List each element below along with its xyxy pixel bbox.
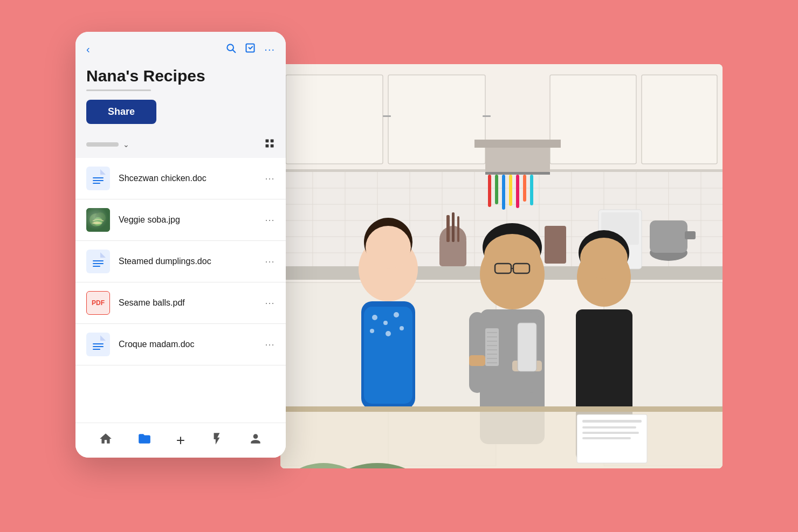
add-nav-icon[interactable]: + [176,432,185,449]
header-right-icons: ··· [225,43,275,56]
svg-rect-102 [246,44,254,52]
file-more-button[interactable]: ⋯ [265,255,275,267]
back-button[interactable]: ‹ [86,43,90,56]
svg-rect-111 [86,208,110,232]
svg-rect-75 [469,355,485,366]
share-button[interactable]: Share [86,100,156,124]
filter-pill [86,142,119,147]
svg-rect-5 [550,75,636,164]
svg-rect-94 [582,426,636,429]
lightning-nav-icon[interactable] [210,432,224,449]
svg-rect-44 [457,216,459,242]
chevron-down-icon[interactable]: ⌄ [123,140,129,149]
kitchen-photo [280,64,723,468]
file-more-button[interactable]: ⋯ [265,297,275,309]
search-icon[interactable] [225,43,236,56]
svg-rect-90 [280,409,723,468]
svg-rect-8 [483,115,491,117]
file-name: Steamed dumplings.doc [119,257,265,266]
bottom-nav: + [75,423,286,458]
svg-rect-39 [545,226,566,264]
svg-rect-6 [642,75,717,164]
svg-rect-104 [271,139,274,142]
file-more-button[interactable]: ⋯ [265,338,275,350]
filter-bar: ⌄ [75,132,286,158]
svg-rect-10 [474,140,561,148]
svg-rect-49 [685,231,696,239]
pdf-icon: PDF [86,291,110,315]
svg-rect-76 [518,323,536,371]
svg-rect-91 [280,406,723,412]
profile-nav-icon[interactable] [249,432,263,449]
svg-rect-117 [93,263,104,264]
svg-rect-103 [266,139,269,142]
svg-point-112 [90,213,102,226]
svg-point-60 [383,321,388,325]
svg-rect-31 [485,172,550,175]
file-name: Sesame balls.pdf [119,298,265,308]
more-options-icon[interactable]: ··· [264,43,275,56]
list-item[interactable]: PDF Sesame balls.pdf ⋯ [75,282,286,324]
svg-rect-77 [485,328,499,366]
file-more-button[interactable]: ⋯ [265,214,275,226]
svg-rect-110 [93,183,100,184]
svg-rect-96 [582,437,631,439]
svg-rect-93 [582,420,642,423]
file-more-button[interactable]: ⋯ [265,172,275,184]
svg-point-64 [400,326,404,330]
svg-rect-95 [582,432,639,434]
list-item[interactable]: Steamed dumplings.doc ⋯ [75,241,286,282]
list-item[interactable]: Shcezwan chicken.doc ⋯ [75,158,286,199]
svg-point-59 [372,315,377,320]
svg-point-61 [394,312,399,317]
grid-view-icon[interactable] [264,138,275,151]
home-nav-icon[interactable] [99,432,113,449]
svg-point-62 [370,329,374,333]
svg-rect-35 [509,175,512,206]
svg-rect-109 [93,180,104,181]
file-list: Shcezwan chicken.doc ⋯ Veggie s [75,158,286,423]
list-item[interactable]: Croque madam.doc ⋯ [75,324,286,365]
svg-point-63 [386,331,391,336]
svg-rect-108 [93,177,104,178]
file-name: Shcezwan chicken.doc [119,174,265,183]
svg-rect-105 [266,144,269,147]
header-icons: ‹ ··· [86,43,275,56]
mobile-panel: ‹ ··· [75,32,286,458]
svg-rect-9 [485,145,550,172]
checklist-icon[interactable] [245,43,256,56]
file-name: Croque madam.doc [119,340,265,349]
svg-rect-32 [488,175,491,207]
svg-rect-120 [93,343,104,344]
scene: ‹ ··· [75,32,723,501]
svg-rect-41 [439,239,466,266]
svg-rect-122 [93,349,100,350]
svg-rect-43 [452,212,455,242]
image-thumbnail [86,208,110,232]
svg-rect-7 [383,115,391,117]
title-underline [86,89,151,91]
svg-point-56 [366,226,411,269]
list-item[interactable]: Veggie soba.jpg ⋯ [75,199,286,241]
svg-rect-36 [516,175,519,208]
svg-point-113 [95,212,106,223]
svg-rect-116 [93,260,104,261]
svg-rect-42 [446,215,450,242]
doc-icon [86,333,110,356]
svg-point-88 [580,238,628,279]
svg-rect-106 [271,144,274,147]
doc-icon [86,250,110,273]
svg-rect-33 [495,175,498,204]
svg-rect-72 [469,312,485,393]
doc-icon [86,167,110,190]
svg-point-114 [94,217,102,226]
panel-header: ‹ ··· [75,32,286,132]
file-name: Veggie soba.jpg [119,215,265,225]
svg-rect-4 [388,75,485,164]
svg-rect-58 [364,307,412,404]
folder-title: Nana's Recipes [86,67,275,85]
folder-nav-icon[interactable] [137,432,152,449]
svg-point-67 [484,234,540,277]
svg-rect-37 [523,175,526,202]
svg-rect-38 [530,175,533,205]
